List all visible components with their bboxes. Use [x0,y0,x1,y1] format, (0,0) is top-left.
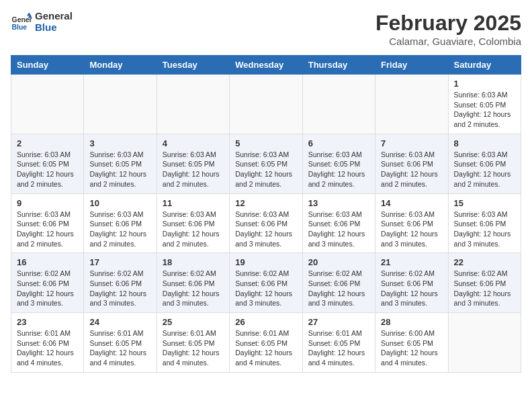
svg-marker-2 [27,12,31,15]
logo: General Blue General Blue [11,11,73,33]
calendar-day-cell: 23Sunrise: 6:01 AM Sunset: 6:06 PM Dayli… [11,313,84,373]
weekday-header-friday: Friday [375,56,448,75]
calendar-day-cell [448,313,521,373]
calendar-day-cell: 15Sunrise: 6:03 AM Sunset: 6:06 PM Dayli… [448,193,521,253]
day-number: 3 [89,138,150,148]
day-number: 18 [163,257,224,267]
day-number: 14 [381,198,442,208]
day-info: Sunrise: 6:03 AM Sunset: 6:06 PM Dayligh… [163,210,224,249]
calendar-day-cell: 1Sunrise: 6:03 AM Sunset: 6:05 PM Daylig… [448,75,521,134]
calendar-table: SundayMondayTuesdayWednesdayThursdayFrid… [11,55,521,373]
day-info: Sunrise: 6:02 AM Sunset: 6:06 PM Dayligh… [89,269,150,308]
day-info: Sunrise: 6:03 AM Sunset: 6:06 PM Dayligh… [308,210,369,249]
calendar-day-cell: 27Sunrise: 6:01 AM Sunset: 6:05 PM Dayli… [302,313,375,373]
calendar-day-cell [84,75,157,134]
calendar-week-row: 2Sunrise: 6:03 AM Sunset: 6:05 PM Daylig… [11,134,521,193]
day-number: 17 [89,257,150,267]
day-info: Sunrise: 6:01 AM Sunset: 6:05 PM Dayligh… [89,328,150,368]
calendar-day-cell: 22Sunrise: 6:02 AM Sunset: 6:06 PM Dayli… [448,253,521,313]
calendar-day-cell: 10Sunrise: 6:03 AM Sunset: 6:06 PM Dayli… [84,193,157,253]
day-number: 13 [308,198,369,208]
calendar-day-cell [375,75,448,134]
day-number: 28 [381,317,442,327]
calendar-day-cell: 3Sunrise: 6:03 AM Sunset: 6:05 PM Daylig… [84,134,157,193]
calendar-day-cell: 2Sunrise: 6:03 AM Sunset: 6:05 PM Daylig… [11,134,84,193]
day-number: 2 [17,138,78,148]
svg-text:Blue: Blue [12,24,28,31]
day-number: 24 [89,317,150,327]
day-info: Sunrise: 6:03 AM Sunset: 6:05 PM Dayligh… [163,150,224,189]
day-info: Sunrise: 6:03 AM Sunset: 6:05 PM Dayligh… [235,150,296,189]
day-info: Sunrise: 6:01 AM Sunset: 6:06 PM Dayligh… [17,328,78,368]
calendar-day-cell: 4Sunrise: 6:03 AM Sunset: 6:05 PM Daylig… [157,134,229,193]
calendar-week-row: 16Sunrise: 6:02 AM Sunset: 6:06 PM Dayli… [11,253,521,313]
day-number: 19 [235,257,296,267]
day-number: 7 [381,138,442,148]
day-info: Sunrise: 6:03 AM Sunset: 6:06 PM Dayligh… [454,150,515,189]
day-info: Sunrise: 6:03 AM Sunset: 6:05 PM Dayligh… [454,90,515,130]
day-number: 11 [163,198,224,208]
calendar-day-cell: 12Sunrise: 6:03 AM Sunset: 6:06 PM Dayli… [230,193,302,253]
day-info: Sunrise: 6:02 AM Sunset: 6:06 PM Dayligh… [454,269,515,308]
calendar-day-cell: 24Sunrise: 6:01 AM Sunset: 6:05 PM Dayli… [84,313,157,373]
calendar-day-cell: 11Sunrise: 6:03 AM Sunset: 6:06 PM Dayli… [157,193,229,253]
calendar-day-cell: 21Sunrise: 6:02 AM Sunset: 6:06 PM Dayli… [375,253,448,313]
logo-line1: General [35,11,73,22]
day-number: 26 [235,317,296,327]
day-number: 9 [17,198,78,208]
day-info: Sunrise: 6:00 AM Sunset: 6:05 PM Dayligh… [381,328,442,368]
calendar-day-cell: 17Sunrise: 6:02 AM Sunset: 6:06 PM Dayli… [84,253,157,313]
day-info: Sunrise: 6:01 AM Sunset: 6:05 PM Dayligh… [308,328,369,368]
calendar-day-cell [11,75,84,134]
day-info: Sunrise: 6:03 AM Sunset: 6:06 PM Dayligh… [381,210,442,249]
calendar-day-cell: 25Sunrise: 6:01 AM Sunset: 6:05 PM Dayli… [157,313,229,373]
day-number: 23 [17,317,78,327]
day-info: Sunrise: 6:03 AM Sunset: 6:05 PM Dayligh… [89,150,150,189]
page-title: February 2025 [375,11,521,36]
day-info: Sunrise: 6:02 AM Sunset: 6:06 PM Dayligh… [235,269,296,308]
calendar-body: 1Sunrise: 6:03 AM Sunset: 6:05 PM Daylig… [11,75,521,373]
day-info: Sunrise: 6:01 AM Sunset: 6:05 PM Dayligh… [163,328,224,368]
day-info: Sunrise: 6:02 AM Sunset: 6:06 PM Dayligh… [381,269,442,308]
weekday-header-saturday: Saturday [448,56,521,75]
calendar-day-cell: 18Sunrise: 6:02 AM Sunset: 6:06 PM Dayli… [157,253,229,313]
calendar-day-cell: 7Sunrise: 6:03 AM Sunset: 6:06 PM Daylig… [375,134,448,193]
calendar-week-row: 1Sunrise: 6:03 AM Sunset: 6:05 PM Daylig… [11,75,521,134]
weekday-header-row: SundayMondayTuesdayWednesdayThursdayFrid… [11,56,521,75]
day-number: 15 [454,198,515,208]
calendar-day-cell: 5Sunrise: 6:03 AM Sunset: 6:05 PM Daylig… [230,134,302,193]
calendar-day-cell: 26Sunrise: 6:01 AM Sunset: 6:05 PM Dayli… [230,313,302,373]
calendar-day-cell: 14Sunrise: 6:03 AM Sunset: 6:06 PM Dayli… [375,193,448,253]
calendar-day-cell: 19Sunrise: 6:02 AM Sunset: 6:06 PM Dayli… [230,253,302,313]
calendar-week-row: 23Sunrise: 6:01 AM Sunset: 6:06 PM Dayli… [11,313,521,373]
weekday-header-monday: Monday [84,56,157,75]
day-info: Sunrise: 6:03 AM Sunset: 6:06 PM Dayligh… [381,150,442,189]
calendar-day-cell: 28Sunrise: 6:00 AM Sunset: 6:05 PM Dayli… [375,313,448,373]
day-number: 20 [308,257,369,267]
page-subtitle: Calamar, Guaviare, Colombia [375,36,521,47]
day-info: Sunrise: 6:03 AM Sunset: 6:06 PM Dayligh… [17,210,78,249]
day-info: Sunrise: 6:03 AM Sunset: 6:06 PM Dayligh… [89,210,150,249]
day-number: 25 [163,317,224,327]
day-info: Sunrise: 6:02 AM Sunset: 6:06 PM Dayligh… [163,269,224,308]
day-number: 12 [235,198,296,208]
calendar-day-cell: 6Sunrise: 6:03 AM Sunset: 6:05 PM Daylig… [302,134,375,193]
day-number: 8 [454,138,515,148]
day-number: 27 [308,317,369,327]
weekday-header-wednesday: Wednesday [230,56,302,75]
calendar-day-cell [230,75,302,134]
calendar-day-cell: 9Sunrise: 6:03 AM Sunset: 6:06 PM Daylig… [11,193,84,253]
day-info: Sunrise: 6:03 AM Sunset: 6:05 PM Dayligh… [17,150,78,189]
title-block: February 2025 Calamar, Guaviare, Colombi… [375,11,521,47]
day-info: Sunrise: 6:02 AM Sunset: 6:06 PM Dayligh… [17,269,78,308]
day-number: 1 [454,79,515,89]
calendar-day-cell: 8Sunrise: 6:03 AM Sunset: 6:06 PM Daylig… [448,134,521,193]
day-number: 16 [17,257,78,267]
day-number: 4 [163,138,224,148]
day-info: Sunrise: 6:03 AM Sunset: 6:05 PM Dayligh… [308,150,369,189]
day-number: 5 [235,138,296,148]
calendar-week-row: 9Sunrise: 6:03 AM Sunset: 6:06 PM Daylig… [11,193,521,253]
calendar-header: SundayMondayTuesdayWednesdayThursdayFrid… [11,56,521,75]
day-info: Sunrise: 6:03 AM Sunset: 6:06 PM Dayligh… [235,210,296,249]
calendar-day-cell: 20Sunrise: 6:02 AM Sunset: 6:06 PM Dayli… [302,253,375,313]
